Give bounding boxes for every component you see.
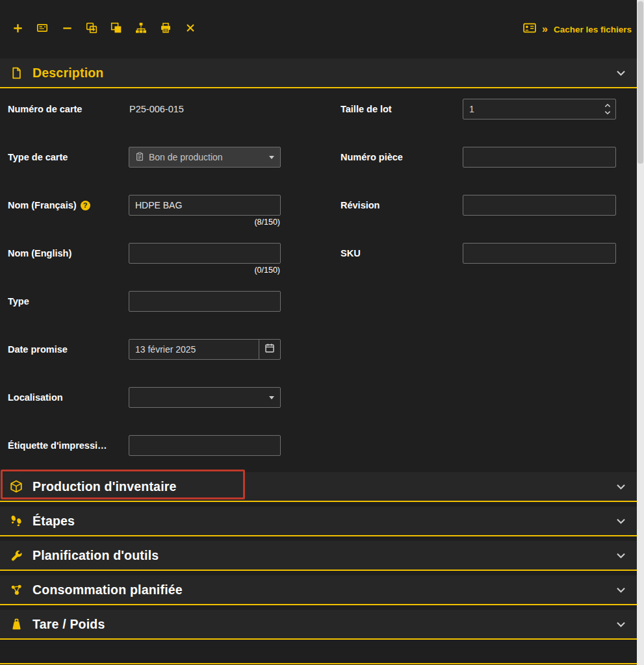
field-row-nom-english: Nom (English) (0/150) — [8, 243, 281, 264]
section-title-description: Description — [32, 66, 103, 81]
field-row-numero-de-carte: Numéro de carte P25-006-015 — [8, 99, 281, 119]
toolbar: » Cacher les fichiers — [0, 0, 637, 58]
id-card-icon — [523, 21, 536, 37]
cube-icon — [9, 480, 23, 493]
chevron-down-icon — [269, 156, 274, 159]
weight-icon — [9, 618, 23, 631]
char-counter: (8/150) — [254, 218, 280, 227]
location-select[interactable] — [129, 387, 281, 408]
description-form: Numéro de carte P25-006-015 Type de cart… — [0, 88, 637, 472]
field-row-numero-piece: Numéro pièce — [341, 147, 616, 168]
plus-icon — [12, 23, 23, 36]
chevron-down-icon[interactable] — [615, 584, 626, 596]
field-row-date-promise: Date promise — [8, 339, 281, 360]
printer-icon — [160, 22, 172, 36]
section-header-tare-poids[interactable]: Tare / Poids — [0, 610, 637, 640]
field-label: SKU — [341, 248, 463, 258]
card-view-button[interactable] — [33, 20, 51, 38]
chevron-down-icon — [269, 396, 274, 399]
field-label: Taille de lot — [341, 104, 463, 114]
field-label-text: Nom (Français) — [8, 200, 77, 210]
hierarchy-button[interactable] — [132, 20, 150, 38]
wrench-icon — [9, 549, 23, 562]
field-row-localisation: Localisation — [8, 387, 281, 408]
field-label: Type — [8, 296, 129, 307]
field-row-nom-francais: Nom (Français) ? (8/150) — [8, 195, 281, 216]
calendar-icon — [264, 343, 275, 356]
duplicate-button[interactable] — [83, 20, 101, 38]
card-number-value: P25-006-015 — [129, 104, 184, 114]
print-button[interactable] — [157, 20, 175, 38]
section-title: Planification d'outils — [32, 548, 159, 563]
calendar-button[interactable] — [259, 340, 280, 359]
name-french-input[interactable] — [129, 195, 281, 216]
chevron-down-icon[interactable] — [615, 550, 626, 561]
number-spinner — [600, 99, 615, 119]
chevron-down-icon[interactable] — [615, 619, 626, 630]
lot-size-input[interactable] — [463, 99, 600, 119]
add-button[interactable] — [8, 20, 27, 38]
sku-input[interactable] — [463, 243, 616, 264]
section-title: Étapes — [32, 514, 75, 529]
scrollbar-thumb[interactable] — [638, 1, 643, 164]
name-english-input[interactable] — [129, 243, 281, 264]
field-label: Localisation — [8, 392, 129, 403]
chevron-down-icon[interactable] — [615, 516, 626, 527]
section-title: Tare / Poids — [32, 617, 105, 632]
field-row-type: Type — [8, 291, 281, 312]
card-type-dropdown[interactable]: Bon de production — [129, 147, 281, 168]
document-icon — [9, 67, 23, 79]
field-label: Numéro de carte — [8, 104, 129, 114]
card-icon — [36, 22, 48, 36]
section-title: Consommation planifiée — [32, 583, 183, 597]
char-counter: (0/150) — [254, 266, 280, 275]
scrollbar[interactable] — [637, 0, 644, 665]
hide-files-label: Cacher les fichiers — [554, 25, 632, 34]
section-header-etapes[interactable]: Étapes — [0, 507, 637, 536]
hierarchy-icon — [135, 22, 147, 36]
field-label: Type de carte — [8, 152, 129, 162]
remove-button[interactable] — [58, 20, 76, 38]
part-number-input[interactable] — [463, 147, 616, 168]
spinner-up-icon[interactable] — [604, 103, 611, 108]
close-icon — [185, 23, 196, 36]
field-row-taille-de-lot: Taille de lot — [341, 99, 616, 119]
copy-button[interactable] — [107, 20, 125, 38]
section-header-consommation-planifiee[interactable]: Consommation planifiée — [0, 575, 637, 605]
type-input[interactable] — [129, 291, 281, 312]
field-label: Date promise — [8, 344, 129, 355]
hide-files-control[interactable]: » Cacher les fichiers — [523, 21, 632, 37]
field-label: Nom (English) — [8, 248, 129, 258]
double-chevron-icon: » — [542, 24, 548, 34]
next-section-border — [0, 663, 637, 664]
print-label-input[interactable] — [129, 435, 281, 456]
clipboard-icon — [135, 152, 144, 163]
copy-icon — [110, 22, 122, 36]
section-header-production-inventaire[interactable]: Production d'inventaire — [0, 472, 637, 502]
spinner-down-icon[interactable] — [604, 110, 611, 115]
field-label: Révision — [341, 200, 463, 210]
field-row-sku: SKU — [341, 243, 616, 264]
field-label: Nom (Français) ? — [8, 200, 129, 210]
field-row-etiquette: Étiquette d'impressi… — [8, 435, 281, 456]
field-label: Étiquette d'impressi… — [8, 440, 129, 451]
revision-input[interactable] — [463, 195, 616, 216]
help-icon[interactable]: ? — [81, 201, 90, 210]
field-row-revision: Révision — [341, 195, 616, 216]
promise-date-input[interactable] — [129, 340, 259, 359]
field-row-type-de-carte: Type de carte Bon de production — [8, 147, 281, 168]
card-type-value: Bon de production — [149, 152, 223, 162]
section-header-description[interactable]: Description — [0, 58, 637, 88]
section-title: Production d'inventaire — [32, 479, 177, 494]
close-button[interactable] — [181, 20, 200, 38]
duplicate-icon — [86, 22, 97, 36]
chevron-down-icon[interactable] — [615, 481, 626, 492]
production-card-panel: » Cacher les fichiers Description Numéro… — [0, 0, 644, 665]
footsteps-icon — [9, 514, 23, 527]
field-label: Numéro pièce — [341, 152, 463, 162]
chevron-down-icon[interactable] — [615, 68, 626, 79]
minus-icon — [62, 23, 73, 36]
section-header-planification-outils[interactable]: Planification d'outils — [0, 541, 637, 571]
molecule-icon — [9, 584, 23, 596]
